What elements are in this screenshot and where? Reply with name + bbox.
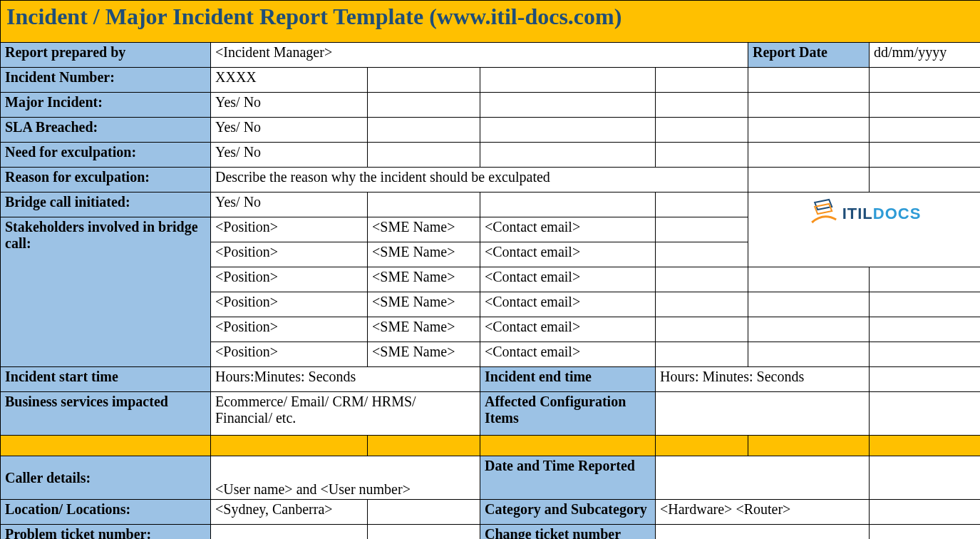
label-incident-end: Incident end time [480, 367, 656, 392]
value-reason-exculpation: Describe the reason why the incident sho… [211, 168, 748, 192]
stakeholder-sme: <SME Name> [368, 317, 480, 342]
label-report-prepared: Report prepared by [1, 43, 211, 68]
stakeholder-sme: <SME Name> [368, 292, 480, 317]
label-reason-exculpation: Reason for exculpation: [1, 168, 211, 192]
row-need-exculpation: Need for exculpation: Yes/ No [1, 143, 981, 168]
value-sla-breached: Yes/ No [211, 118, 368, 143]
label-major-incident: Major Incident: [1, 93, 211, 118]
row-major-incident: Major Incident: Yes/ No [1, 93, 981, 118]
incident-report-table: Incident / Major Incident Report Templat… [0, 0, 980, 539]
label-change-ticket: Change ticket number [480, 525, 656, 540]
page-title: Incident / Major Incident Report Templat… [1, 1, 981, 43]
row-caller-details: Caller details: <User name> and <User nu… [1, 456, 981, 500]
value-caller-details: <User name> and <User number> [211, 456, 480, 500]
row-bridge-call: Bridge call initiated: Yes/ No ITILDOCS [1, 192, 981, 217]
row-incident-number: Incident Number: XXXX [1, 68, 981, 93]
stakeholder-position: <Position> [211, 217, 368, 242]
stakeholder-email: <Contact email> [480, 242, 656, 267]
label-date-time-reported: Date and Time Reported [480, 456, 656, 500]
row-business-services: Business services impacted Ecommerce/ Em… [1, 392, 981, 436]
stakeholder-position: <Position> [211, 242, 368, 267]
label-location: Location/ Locations: [1, 500, 211, 525]
itil-docs-logo: ITILDOCS [808, 198, 922, 233]
stakeholder-email: <Contact email> [480, 342, 656, 367]
label-report-date: Report Date [748, 43, 870, 68]
label-bridge-call: Bridge call initiated: [1, 192, 211, 217]
stakeholder-sme: <SME Name> [368, 267, 480, 292]
row-problem-ticket: Problem ticket number: Change ticket num… [1, 525, 981, 540]
label-stakeholders: Stakeholders involved in bridge call: [1, 217, 211, 367]
stakeholder-email: <Contact email> [480, 267, 656, 292]
row-location: Location/ Locations: <Sydney, Canberra> … [1, 500, 981, 525]
stakeholder-position: <Position> [211, 317, 368, 342]
label-incident-number: Incident Number: [1, 68, 211, 93]
title-row: Incident / Major Incident Report Templat… [1, 1, 981, 43]
stakeholder-email: <Contact email> [480, 292, 656, 317]
label-incident-start: Incident start time [1, 367, 211, 392]
logo-text-docs: DOCS [873, 205, 922, 222]
value-category: <Hardware> <Router> [656, 500, 870, 525]
value-incident-number: XXXX [211, 68, 368, 93]
label-affected-ci: Affected Configuration Items [480, 392, 656, 436]
stakeholder-sme: <SME Name> [368, 242, 480, 267]
value-major-incident: Yes/ No [211, 93, 368, 118]
label-business-services: Business services impacted [1, 392, 211, 436]
value-need-exculpation: Yes/ No [211, 143, 368, 168]
stakeholder-position: <Position> [211, 342, 368, 367]
row-report-prepared: Report prepared by <Incident Manager> Re… [1, 43, 981, 68]
value-incident-end: Hours: Minutes: Seconds [656, 367, 870, 392]
row-incident-times: Incident start time Hours:Minutes: Secon… [1, 367, 981, 392]
value-report-date: dd/mm/yyyy [870, 43, 981, 68]
stakeholder-sme: <SME Name> [368, 217, 480, 242]
row-reason-exculpation: Reason for exculpation: Describe the rea… [1, 168, 981, 192]
document-swoosh-icon [808, 198, 839, 233]
value-incident-start: Hours:Minutes: Seconds [211, 367, 480, 392]
logo-text-itil: ITIL [842, 205, 873, 222]
stakeholder-email: <Contact email> [480, 317, 656, 342]
value-report-prepared: <Incident Manager> [211, 43, 748, 68]
value-bridge-call: Yes/ No [211, 192, 368, 217]
label-caller-details: Caller details: [1, 456, 211, 500]
stakeholder-position: <Position> [211, 267, 368, 292]
value-business-services: Ecommerce/ Email/ CRM/ HRMS/ Financial/ … [211, 392, 480, 436]
stakeholder-email: <Contact email> [480, 217, 656, 242]
label-sla-breached: SLA Breached: [1, 118, 211, 143]
value-location: <Sydney, Canberra> [211, 500, 368, 525]
label-category: Category and Subcategory [480, 500, 656, 525]
stakeholder-position: <Position> [211, 292, 368, 317]
row-sla-breached: SLA Breached: Yes/ No [1, 118, 981, 143]
divider-row [1, 436, 981, 456]
stakeholder-sme: <SME Name> [368, 342, 480, 367]
label-problem-ticket: Problem ticket number: [1, 525, 211, 540]
logo-cell: ITILDOCS [748, 192, 981, 267]
label-need-exculpation: Need for exculpation: [1, 143, 211, 168]
